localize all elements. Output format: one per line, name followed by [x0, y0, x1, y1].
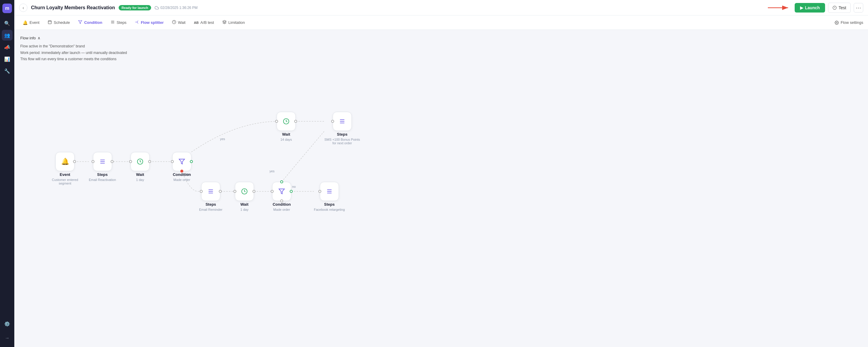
node-condition2[interactable]: Condition Made order [272, 182, 291, 211]
node-wait2-box [277, 112, 296, 131]
flow-info-line3: This flow will run every time a customer… [20, 56, 862, 63]
toolbar-steps[interactable]: Steps [107, 18, 130, 27]
calendar-icon [48, 20, 52, 25]
toolbar-condition[interactable]: Condition [74, 18, 106, 27]
flow-settings-label: Flow settings [841, 20, 863, 25]
toolbar: 🔔 Event Schedule Condition Steps Flow [14, 15, 868, 30]
node-condition2-box [272, 182, 291, 201]
flow-info-label: Flow info [20, 36, 36, 40]
toolbar-condition-label: Condition [84, 20, 102, 25]
node-steps-facebook-box [320, 182, 339, 201]
toolbar-schedule[interactable]: Schedule [44, 18, 73, 27]
main-panel: ‹ Churn Loyalty Members Reactivation Rea… [14, 0, 868, 347]
flow-info-line2: Work period: immediately after launch — … [20, 50, 862, 56]
flow-settings-button[interactable]: Flow settings [835, 20, 863, 25]
node-condition1-bottom-dot [180, 169, 183, 172]
node-wait3[interactable]: Wait 1 day [235, 182, 254, 211]
node-condition1[interactable]: Condition Made order [172, 152, 191, 182]
node-wait1[interactable]: Wait 1 day [130, 152, 150, 182]
node-steps1-sublabel: Email Reactivation [89, 178, 116, 182]
sidebar-item-campaigns[interactable]: 📣 [2, 42, 12, 53]
flow-info-line1: Flow active in the "Demonstration" brand [20, 43, 862, 50]
node-wait2-label: Wait [282, 132, 290, 136]
toolbar-event-label: Event [30, 20, 39, 25]
node-steps-sms-left-dot [331, 120, 334, 123]
node-steps-facebook-left-dot [318, 190, 321, 193]
node-steps-sms-box [333, 112, 352, 131]
toolbar-event[interactable]: 🔔 Event [19, 19, 43, 27]
node-steps1-box [93, 152, 112, 171]
node-wait2-left-dot [275, 120, 278, 123]
sidebar-logo: m [2, 4, 12, 13]
node-condition1-box [172, 152, 191, 171]
timestamp-text: 02/28/2025 1:36:26 PM [160, 6, 197, 10]
node-steps1[interactable]: Steps Email Reactivation [89, 152, 116, 182]
node-steps-facebook-sublabel: Facebook retargeting [314, 208, 345, 211]
toolbar-wait[interactable]: Wait [168, 18, 189, 27]
test-button[interactable]: Test [828, 3, 851, 13]
node-steps-facebook[interactable]: Steps Facebook retargeting [314, 182, 345, 211]
node-condition1-sublabel: Made order [174, 178, 190, 182]
toolbar-limitation[interactable]: Limitation [219, 18, 249, 27]
limitation-icon [222, 20, 226, 25]
node-wait1-sublabel: 1 day [136, 178, 144, 182]
yes-label-1: yes [220, 137, 225, 141]
node-condition2-left-dot [271, 190, 274, 193]
steps-icon [111, 20, 115, 25]
node-steps-facebook-label: Steps [324, 202, 335, 207]
flow-connectors [20, 69, 438, 247]
node-wait2[interactable]: Wait 14 days [277, 112, 296, 141]
node-steps-reminder-sublabel: Email Reminder [199, 208, 222, 211]
page-title: Churn Loyalty Members Reactivation [31, 5, 115, 10]
svg-marker-7 [79, 21, 82, 24]
node-condition2-label: Condition [273, 202, 291, 207]
sidebar-item-logout[interactable]: → [2, 333, 12, 343]
node-event-sublabel: Customer entered segment [47, 178, 83, 185]
toolbar-flow-splitter[interactable]: Flow splitter [131, 18, 167, 27]
toolbar-ab-test[interactable]: AB A/B test [190, 19, 217, 27]
flow-info-details: Flow active in the "Demonstration" brand… [20, 43, 862, 63]
node-wait1-label: Wait [136, 172, 144, 177]
toolbar-wait-label: Wait [178, 20, 186, 25]
sidebar-item-settings[interactable]: ⚙️ [2, 318, 12, 329]
svg-rect-3 [48, 21, 52, 24]
svg-marker-33 [279, 189, 284, 194]
node-wait3-left-dot [234, 190, 237, 193]
node-steps-reminder[interactable]: Steps Email Reminder [199, 182, 222, 211]
node-condition1-right-dot [190, 160, 193, 163]
topbar: ‹ Churn Loyalty Members Reactivation Rea… [14, 0, 868, 15]
node-wait1-box [130, 152, 150, 171]
bell-icon: 🔔 [23, 20, 28, 25]
toolbar-splitter-label: Flow splitter [141, 20, 164, 25]
node-wait2-sublabel: 14 days [280, 138, 292, 141]
filter-icon [78, 20, 82, 25]
node-event-box: 🔔 [56, 152, 74, 171]
sidebar-item-integrations[interactable]: 🔧 [2, 66, 12, 76]
launch-button[interactable]: ▶ Launch [795, 3, 826, 12]
flow-info-chevron: ∧ [37, 36, 40, 40]
node-steps1-left-dot [92, 160, 94, 163]
sidebar-item-contacts[interactable]: 👥 [2, 30, 12, 40]
node-wait3-right-dot [252, 190, 255, 193]
toolbar-schedule-label: Schedule [54, 20, 70, 25]
toolbar-steps-label: Steps [117, 20, 126, 25]
launch-play-icon: ▶ [800, 5, 803, 10]
node-steps-sms[interactable]: Steps SMS +100 Bonus Points for next ord… [324, 112, 360, 145]
node-steps-sms-label: Steps [337, 132, 347, 136]
more-options-button[interactable]: ⋯ [854, 3, 863, 12]
node-wait3-box [235, 182, 254, 201]
flow-info-bar[interactable]: Flow info ∧ [20, 36, 862, 40]
node-wait3-sublabel: 1 day [241, 208, 249, 211]
node-event[interactable]: 🔔 Event Customer entered segment [47, 152, 83, 185]
node-wait2-right-dot [294, 120, 297, 123]
ab-icon: AB [194, 21, 198, 25]
sidebar-item-analytics[interactable]: 📊 [2, 54, 12, 64]
node-condition2-right-dot [290, 190, 293, 193]
node-condition1-left-dot [171, 160, 174, 163]
node-wait3-label: Wait [241, 202, 249, 207]
canvas-area[interactable]: Flow info ∧ Flow active in the "Demonstr… [14, 30, 868, 347]
svg-point-12 [836, 22, 837, 23]
sidebar-item-search[interactable]: 🔍 [2, 18, 12, 29]
status-badge: Ready for launch [119, 5, 151, 10]
back-button[interactable]: ‹ [19, 4, 27, 12]
